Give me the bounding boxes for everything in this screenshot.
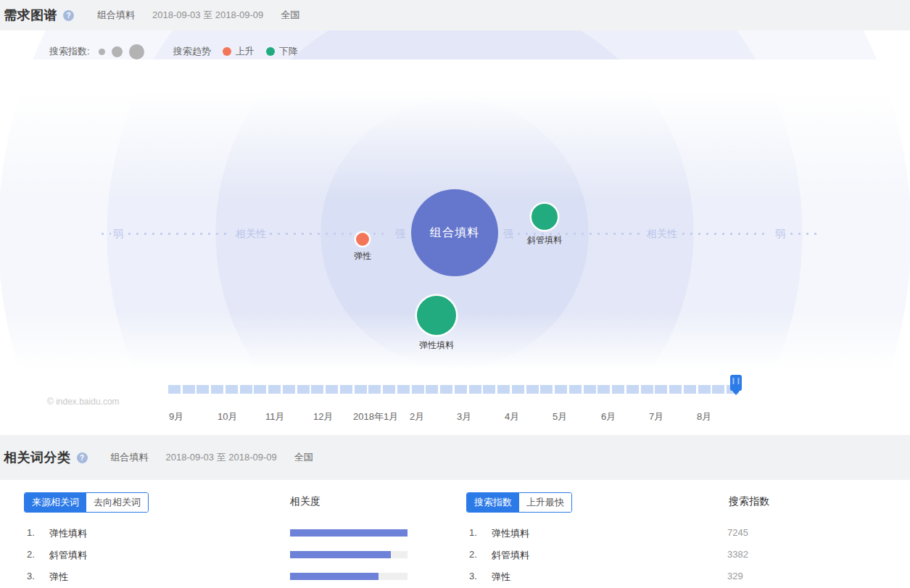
rings-top-fade: [0, 59, 910, 201]
table-row: 2.斜管填料3382: [0, 549, 910, 560]
related-word-link[interactable]: 斜管填料: [492, 549, 529, 562]
related-word-link[interactable]: 弹性: [492, 571, 510, 584]
demand-map-title: 需求图谱: [4, 7, 57, 24]
axis-dotted-line: [790, 233, 818, 235]
chart-bottom-area: [0, 371, 910, 435]
source-words-tab-group: 来源相关词去向相关词: [24, 492, 149, 513]
related-words-header: 相关词分类 组合填料 2018-09-03 至 2018-09-09 全国: [0, 435, 910, 480]
chart-legend: 搜索指数: 搜索趋势 上升 下降: [49, 42, 298, 61]
timeline-slider-handle[interactable]: [730, 375, 742, 391]
trend-up-dot-icon: [223, 47, 231, 56]
size-circle-medium-icon: [112, 46, 123, 57]
table-row: 1.弹性填料7245: [0, 527, 910, 539]
related-words-date-range: 2018-09-03 至 2018-09-09: [166, 451, 277, 464]
size-circle-small-icon: [99, 49, 105, 55]
demand-map-keyword: 组合填料: [97, 9, 135, 22]
timeline-month-label: 3月: [457, 410, 471, 423]
timeline-month-label: 9月: [169, 410, 183, 423]
table-row: 3.弹性329: [0, 571, 910, 582]
timeline-month-label: 2月: [410, 410, 424, 423]
timeline-month-label: 7月: [649, 410, 663, 423]
bubble-label: 斜管填料: [527, 234, 562, 247]
row-rank: 2.: [469, 549, 477, 560]
axis-dotted-line: [102, 233, 111, 235]
help-icon[interactable]: [63, 10, 74, 21]
axis-dotted-line: [270, 233, 389, 235]
timeline-track[interactable]: [168, 385, 741, 394]
timeline-month-label: 10月: [218, 410, 237, 423]
trend-down-dot-icon: [266, 47, 275, 56]
slider-grip-icon: [733, 378, 740, 384]
related-word-tab-active[interactable]: 来源相关词: [25, 493, 86, 512]
legend-trend-label: 搜索趋势: [173, 45, 211, 58]
axis-dotted-line: [128, 233, 232, 235]
search-index-tab-active[interactable]: 搜索指数: [467, 493, 519, 512]
timeline-month-label: 6月: [601, 410, 616, 423]
legend-down-label: 下降: [279, 45, 298, 58]
legend-up-label: 上升: [236, 45, 255, 58]
bubble-label: 弹性填料: [419, 339, 454, 352]
demand-map-region: 全国: [281, 9, 299, 22]
axis-label: 强: [503, 228, 513, 241]
related-words-region: 全国: [294, 451, 313, 464]
axis-label: 弱: [113, 228, 123, 241]
related-words-keyword: 组合填料: [111, 451, 149, 464]
search-index-value: 329: [727, 571, 743, 581]
search-index-tab[interactable]: 上升最快: [519, 493, 571, 512]
related-word-tab[interactable]: 去向相关词: [86, 493, 148, 512]
demand-map-card: 搜索指数: 搜索趋势 上升 下降 弱相关性强强相关性弱 组合填料弹性斜管填料弹性…: [0, 30, 910, 435]
axis-label: 相关性: [647, 228, 677, 241]
demand-map-header: 需求图谱 组合填料 2018-09-03 至 2018-09-09 全国: [0, 0, 910, 30]
bubble-label: 弹性: [354, 250, 371, 262]
timeline-month-label: 4月: [505, 410, 519, 423]
legend-size-label: 搜索指数:: [49, 45, 90, 58]
help-icon[interactable]: [77, 452, 88, 463]
center-keyword-bubble[interactable]: 组合填料: [411, 189, 498, 276]
demand-map-date-range: 2018-09-03 至 2018-09-09: [152, 9, 263, 22]
related-words-card: 来源相关词去向相关词 相关度 搜索指数上升最快 搜索指数 1.弹性填料2.斜管填…: [0, 480, 910, 588]
size-circle-large-icon: [129, 44, 144, 59]
related-words-title: 相关词分类: [4, 449, 71, 466]
related-word-link[interactable]: 弹性填料: [492, 527, 529, 540]
relevance-column-header: 相关度: [290, 495, 320, 508]
search-index-column-header: 搜索指数: [729, 495, 769, 508]
watermark: © index.baidu.com: [47, 397, 120, 407]
axis-dotted-line: [682, 233, 769, 235]
timeline-month-label: 8月: [697, 410, 711, 423]
timeline-month-label: 11月: [265, 410, 285, 423]
search-index-value: 3382: [727, 549, 748, 560]
row-rank: 3.: [469, 571, 477, 581]
center-bubble-label: 组合填料: [411, 189, 498, 276]
search-index-tab-group: 搜索指数上升最快: [466, 492, 572, 513]
timeline-month-label: 5月: [553, 410, 567, 423]
axis-label: 相关性: [236, 228, 266, 241]
related-word-bubble[interactable]: [530, 202, 559, 231]
related-word-bubble[interactable]: [355, 231, 371, 247]
axis-label: 强: [395, 228, 405, 241]
axis-label: 弱: [775, 228, 785, 241]
timeline-month-label: 2018年1月: [353, 410, 398, 423]
timeline-month-label: 12月: [313, 410, 333, 423]
search-index-value: 7245: [727, 527, 748, 538]
related-word-bubble[interactable]: [415, 294, 458, 336]
row-rank: 1.: [469, 527, 477, 538]
